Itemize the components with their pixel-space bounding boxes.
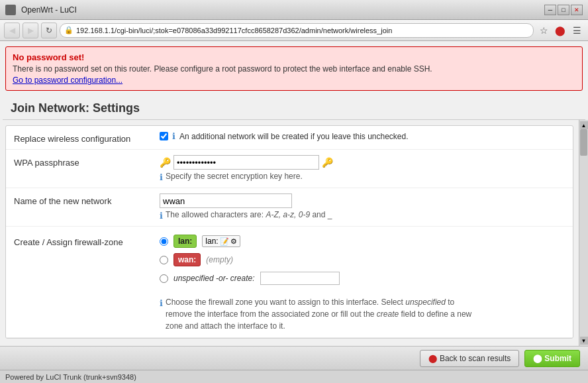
close-button[interactable]: ✕ xyxy=(571,5,583,15)
window-app-icon xyxy=(5,5,16,15)
submit-label: Submit xyxy=(544,354,571,363)
unspecified-option: unspecified -or- create: xyxy=(160,272,565,285)
firewall-options: lan: lan: 📝 ⚙ xyxy=(160,232,565,288)
replace-wireless-value: ℹ An additional network will be created … xyxy=(160,131,565,141)
lan-members: lan: 📝 ⚙ xyxy=(202,235,240,247)
window-title: OpenWrt - LuCI xyxy=(21,5,539,15)
firewall-hint-icon: ℹ xyxy=(160,297,163,310)
replace-wireless-label: Replace wireless configuration xyxy=(14,131,160,144)
alert-link[interactable]: Go to password configuration... xyxy=(13,76,122,85)
wpa-passphrase-value: 🔑 🔑 ℹ Specify the secret encryption key … xyxy=(160,155,565,182)
settings-icon: ⚙ xyxy=(230,237,237,246)
unspecified-label: unspecified -or- create: xyxy=(173,274,255,283)
back-to-scan-button[interactable]: ⬤ Back to scan results xyxy=(420,350,519,367)
form-container: Replace wireless configuration ℹ An addi… xyxy=(5,125,573,339)
firewall-zone-value: lan: lan: 📝 ⚙ xyxy=(160,232,565,332)
wpa-hint-text: Specify the secret encryption key here. xyxy=(166,172,303,181)
alert-banner: No password set! There is no password se… xyxy=(5,46,583,91)
scrollbar-up[interactable]: ▲ xyxy=(580,121,588,129)
window-controls: ─ □ ✕ xyxy=(544,5,583,15)
back-icon: ⬤ xyxy=(428,354,437,363)
menu-icon[interactable]: ☰ xyxy=(569,23,584,38)
refresh-button[interactable]: ↻ xyxy=(41,23,57,38)
address-bar[interactable]: 🔒 192.168.1.1/cgi-bin/luci/;stok=e078086… xyxy=(60,23,534,38)
edit-icon: 📝 xyxy=(220,237,229,246)
wan-option: wan: (empty) xyxy=(160,253,565,266)
lan-radio[interactable] xyxy=(160,237,168,246)
toolbar-right: ☆ ⬤ ☰ xyxy=(536,23,584,38)
back-button[interactable]: ◀ xyxy=(4,23,20,38)
network-hint-text: The allowed characters are: A-Z, a-z, 0-… xyxy=(166,210,332,219)
firewall-zone-row: Create / Assign firewall-zone lan: lan: xyxy=(6,227,573,338)
minimize-button[interactable]: ─ xyxy=(544,5,556,15)
bottom-bar: ⬤ Back to scan results ⬤ Submit xyxy=(0,346,588,370)
address-text: 192.168.1.1/cgi-bin/luci/;stok=e078086a3… xyxy=(76,27,392,34)
address-lock-icon: 🔒 xyxy=(64,26,74,34)
password-reveal-icon[interactable]: 🔑 xyxy=(322,157,333,168)
window-titlebar: OpenWrt - LuCI ─ □ ✕ xyxy=(0,0,588,20)
status-bar: Powered by LuCI Trunk (trunk+svn9348) xyxy=(0,370,588,383)
content-area: No password set! There is no password se… xyxy=(0,41,588,370)
alert-text: There is no password set on this router.… xyxy=(13,64,575,74)
wpa-passphrase-row: WPA passphrase 🔑 🔑 ℹ Specify the secret … xyxy=(6,150,573,188)
firewall-hint-text: Choose the firewall zone you want to ass… xyxy=(166,296,477,332)
wan-badge: wan: xyxy=(173,253,201,266)
bookmark-icon[interactable]: ☆ xyxy=(536,23,551,38)
stop-icon[interactable]: ⬤ xyxy=(553,23,567,38)
scrollbar-thumb[interactable] xyxy=(580,129,587,156)
scrollbar-track[interactable]: ▲ ▼ xyxy=(579,120,588,346)
replace-wireless-checkbox[interactable] xyxy=(160,132,168,140)
wan-radio[interactable] xyxy=(160,256,168,264)
page-title: Join Network: Settings xyxy=(3,96,585,120)
network-name-row: Name of the new network wwan ℹ The allow… xyxy=(6,188,573,227)
key-icon: 🔑 xyxy=(160,157,171,168)
firewall-zone-label: Create / Assign firewall-zone xyxy=(14,232,160,247)
wan-label: wan: xyxy=(178,255,196,264)
wpa-passphrase-input[interactable] xyxy=(173,155,319,170)
create-zone-input[interactable] xyxy=(260,272,340,285)
lan-label: lan: xyxy=(178,237,192,246)
replace-wireless-row: Replace wireless configuration ℹ An addi… xyxy=(6,126,573,150)
unspecified-radio[interactable] xyxy=(160,274,168,283)
lan-option: lan: lan: 📝 ⚙ xyxy=(160,235,565,248)
lan-member-text: lan: xyxy=(205,237,218,246)
submit-button[interactable]: ⬤ Submit xyxy=(524,350,580,367)
back-label: Back to scan results xyxy=(440,354,511,363)
scrollbar-down[interactable]: ▼ xyxy=(580,337,588,345)
forward-button[interactable]: ▶ xyxy=(23,23,38,38)
wan-empty: (empty) xyxy=(206,255,233,264)
replace-wireless-hint: An additional network will be created if… xyxy=(179,132,409,141)
wpa-passphrase-label: WPA passphrase xyxy=(14,155,160,168)
lan-badge: lan: xyxy=(173,235,197,248)
network-name-label: Name of the new network xyxy=(14,193,160,206)
network-name-value: wwan ℹ The allowed characters are: A-Z, … xyxy=(160,193,565,221)
submit-icon: ⬤ xyxy=(533,354,542,363)
alert-title: No password set! xyxy=(13,52,575,62)
browser-toolbar: ◀ ▶ ↻ 🔒 192.168.1.1/cgi-bin/luci/;stok=e… xyxy=(0,20,588,41)
network-hint-icon: ℹ xyxy=(160,211,163,221)
network-name-input[interactable]: wwan xyxy=(160,193,292,208)
maximize-button[interactable]: □ xyxy=(558,5,569,15)
replace-wireless-icon: ℹ xyxy=(172,131,175,141)
wpa-hint-icon: ℹ xyxy=(160,172,163,182)
status-text: Powered by LuCI Trunk (trunk+svn9348) xyxy=(5,373,136,381)
